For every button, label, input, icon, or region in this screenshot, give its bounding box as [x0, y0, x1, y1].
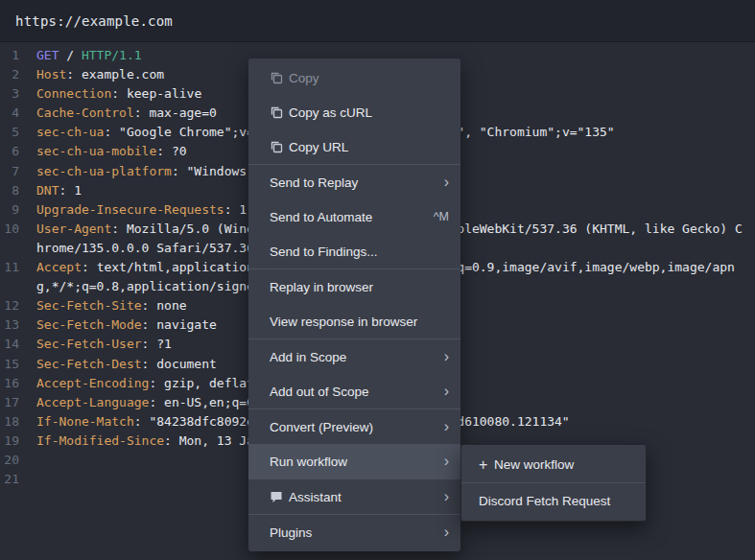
code-token: 1 [74, 183, 82, 198]
line-number: 21 [0, 470, 29, 489]
menu-item-label: Copy as cURL [289, 105, 372, 120]
code-token: Cache-Control [36, 105, 134, 120]
code-token: example.com [82, 67, 164, 82]
url-bar[interactable]: https://example.com [0, 0, 755, 42]
code-token: Sec-Fetch-Mode [36, 317, 142, 332]
code-token: sec-ch-ua [36, 125, 104, 139]
line-number: 20 [0, 451, 29, 470]
code-token: If-Modified-Since [36, 433, 164, 448]
menu-item-replay-in-browser[interactable]: Replay in browser [248, 269, 460, 304]
copy-icon [270, 105, 289, 119]
menu-item-copy-as-curl[interactable]: Copy as cURL [248, 95, 460, 129]
menu-item-copy[interactable]: Copy [248, 60, 460, 95]
line-number: 5 [0, 123, 29, 142]
code-text: Sec-Fetch-Mode: navigate [36, 315, 217, 335]
code-text: Upgrade-Insecure-Requests: 1 [36, 200, 247, 220]
code-token: navigate [156, 317, 217, 332]
code-text: Connection: keep-alive [36, 84, 201, 104]
code-token: : [59, 183, 74, 198]
copy-icon [270, 140, 289, 153]
code-token: : [172, 164, 187, 178]
line-number: 15 [0, 355, 29, 374]
code-token: Connection [36, 86, 111, 101]
code-token: ?0 [172, 144, 187, 158]
line-number: 9 [0, 200, 29, 220]
code-token: 1 [239, 202, 247, 217]
menu-item-label: Send to Automate [270, 210, 372, 224]
code-token: "Windows" [187, 164, 254, 178]
run-workflow-submenu: + New workflow Discord Fetch Request [460, 444, 647, 522]
line-number: 17 [0, 393, 29, 412]
code-token: none [156, 298, 186, 313]
code-token: document [156, 357, 217, 371]
menu-item-discord-fetch-request[interactable]: Discord Fetch Request [461, 483, 646, 519]
menu-item-send-to-replay[interactable]: Send to Replay › [248, 165, 460, 199]
chevron-right-icon: › [436, 419, 449, 434]
menu-item-label: Add out of Scope [270, 385, 369, 399]
context-menu: Copy Copy as cURL Copy URL Send to Repla… [248, 58, 460, 551]
code-text: Sec-Fetch-Site: none [36, 296, 187, 315]
plus-icon: + [479, 456, 494, 474]
line-number: 11 [0, 258, 29, 277]
code-token: sec-ch-ua-platform [36, 164, 172, 178]
code-token: : [82, 260, 97, 274]
code-text: sec-ch-ua-mobile: ?0 [36, 142, 187, 161]
menu-item-copy-url[interactable]: Copy URL [248, 129, 460, 164]
code-token: hrome/135.0.0.0 Safari/537.36 [36, 241, 254, 255]
code-token: : [142, 357, 157, 371]
menu-item-plugins[interactable]: Plugins › [248, 515, 460, 549]
line-number [0, 239, 29, 258]
code-token: : [134, 105, 150, 120]
menu-item-assistant[interactable]: Assistant › [248, 479, 460, 514]
code-token: Sec-Fetch-Site [36, 298, 142, 313]
chevron-right-icon: › [436, 454, 449, 469]
code-token: If-None-Match [36, 414, 134, 429]
menu-item-run-workflow[interactable]: Run workflow › [248, 444, 460, 478]
line-number: 3 [0, 84, 29, 104]
code-token: DNT [36, 183, 59, 198]
code-token: Accept-Encoding [36, 376, 149, 390]
code-text: Sec-Fetch-User: ?1 [36, 335, 172, 354]
code-token: sec-ch-ua-mobile [36, 144, 156, 158]
code-token: GET [36, 48, 59, 62]
code-token: : [104, 125, 119, 139]
line-number: 6 [0, 142, 29, 161]
chevron-right-icon: › [436, 489, 449, 504]
code-token: : [142, 337, 157, 351]
menu-item-label: Send to Replay [270, 175, 358, 190]
code-text: Accept-Language: en-US,en;q=0.9 [36, 393, 270, 412]
line-number: 14 [0, 335, 29, 354]
code-token: / [59, 48, 81, 62]
code-token: : [66, 67, 82, 82]
code-text: Host: example.com [36, 65, 164, 84]
code-token: Upgrade-Insecure-Requests [36, 202, 224, 217]
menu-item-label: Copy URL [289, 140, 348, 154]
menu-item-label: New workflow [494, 457, 574, 472]
menu-item-convert-preview[interactable]: Convert (Preview) › [248, 409, 460, 444]
code-token: : [111, 86, 127, 101]
code-text: sec-ch-ua-platform: "Windows" [36, 162, 254, 181]
menu-item-send-to-findings[interactable]: Send to Findings... [248, 234, 460, 268]
line-number: 13 [0, 315, 29, 335]
menu-item-send-to-automate[interactable]: Send to Automate ^M [248, 199, 460, 234]
url-text: https://example.com [15, 13, 173, 29]
line-number: 1 [0, 46, 29, 65]
code-text: GET / HTTP/1.1 [36, 46, 142, 65]
menu-item-view-response-in-browser[interactable]: View response in browser [248, 304, 460, 338]
menu-item-label: Send to Findings... [270, 245, 378, 259]
code-token: Sec-Fetch-Dest [36, 357, 142, 371]
code-token: Accept-Language [36, 395, 149, 409]
code-token: HTTP/1.1 [82, 48, 142, 62]
menu-item-label: Run workflow [270, 455, 347, 469]
menu-item-label: View response in browser [270, 315, 417, 329]
menu-item-label: Add in Scope [270, 350, 346, 364]
code-token: Sec-Fetch-User [36, 337, 142, 351]
code-token: : [156, 144, 172, 158]
code-text: Cache-Control: max-age=0 [36, 104, 217, 123]
menu-item-add-in-scope[interactable]: Add in Scope › [248, 339, 460, 374]
menu-item-add-out-of-scope[interactable]: Add out of Scope › [248, 374, 460, 408]
menu-item-new-workflow[interactable]: + New workflow [461, 447, 646, 482]
shortcut-hint: ^M [426, 210, 449, 223]
line-number: 2 [0, 65, 29, 84]
menu-item-label: Convert (Preview) [270, 420, 373, 434]
